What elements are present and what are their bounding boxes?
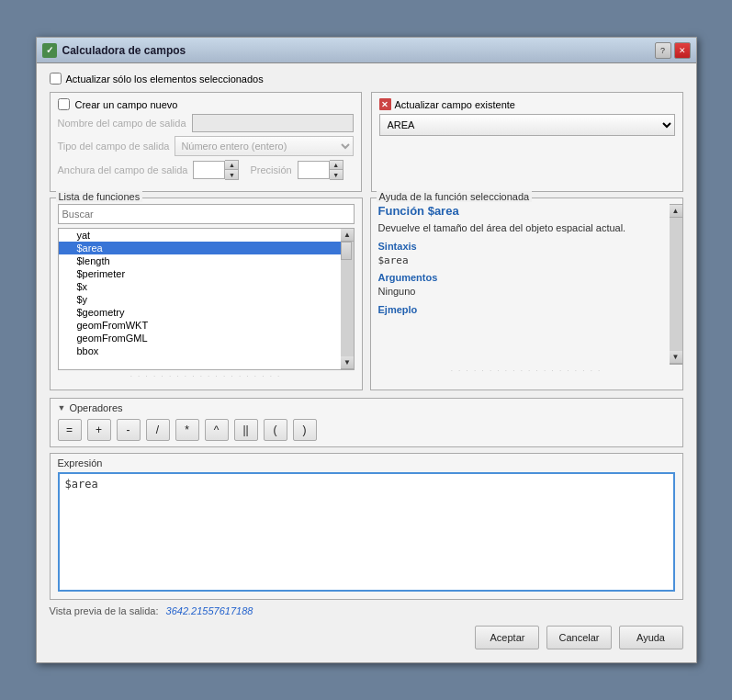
func-scroll-track[interactable] (341, 242, 354, 356)
field-width-row: Anchura del campo de salida 10 ▲ ▼ Preci… (58, 160, 354, 180)
help-function-title: Función $area (378, 204, 660, 218)
func-item-bbox[interactable]: bbox (59, 344, 341, 357)
operators-label: Operadores (69, 402, 122, 413)
help-scroll-down-button[interactable]: ▼ (670, 351, 682, 364)
help-content: Función $area Devuelve el tamaño del áre… (378, 204, 660, 365)
help-scroll-track[interactable] (670, 218, 682, 351)
new-field-checkbox-row: Crear un campo nuevo (58, 98, 354, 110)
func-item-yat[interactable]: yat (59, 229, 341, 242)
app-icon: ✓ (42, 43, 57, 58)
help-arguments-text: Ninguno (378, 286, 660, 297)
cancel-button[interactable]: Cancelar (546, 626, 611, 649)
func-scroll-down-button[interactable]: ▼ (341, 356, 354, 369)
help-syntax-code: $area (378, 254, 660, 266)
func-scroll-up-button[interactable]: ▲ (341, 229, 354, 242)
update-selected-checkbox[interactable] (50, 73, 62, 85)
field-options-row: Crear un campo nuevo Nombre del campo de… (50, 92, 683, 192)
func-item-length[interactable]: $length (59, 254, 341, 267)
help-arguments-label: Argumentos (378, 272, 660, 283)
help-panel: Ayuda de la función seleccionada Función… (370, 198, 683, 390)
existing-field-checkbox-row: ✕ Actualizar campo existente (379, 98, 675, 110)
operators-collapse-arrow[interactable]: ▼ (58, 403, 66, 412)
func-item-geomfromgml[interactable]: geomFromGML (59, 332, 341, 344)
content-area: Actualizar sólo los elementos selecciona… (37, 63, 696, 662)
new-field-section: Crear un campo nuevo Nombre del campo de… (50, 92, 362, 192)
precision-up-button[interactable]: ▲ (330, 161, 343, 170)
new-field-checkbox[interactable] (58, 98, 70, 110)
existing-field-select[interactable]: AREA PERIMETER ID NAME (379, 114, 675, 136)
op-minus-button[interactable]: - (117, 419, 141, 441)
op-concat-button[interactable]: || (234, 419, 258, 441)
help-button[interactable]: Ayuda (619, 626, 683, 649)
precision-label: Precisión (250, 164, 291, 175)
field-name-input[interactable] (192, 114, 354, 132)
update-selected-row: Actualizar sólo los elementos selecciona… (50, 73, 683, 85)
field-name-label: Nombre del campo de salida (58, 118, 186, 129)
window-title: Calculadora de campos (62, 44, 186, 57)
func-item-y[interactable]: $y (59, 293, 341, 306)
op-multiply-button[interactable]: * (175, 419, 199, 441)
button-row: Aceptar Cancelar Ayuda (50, 626, 683, 653)
width-spinner-buttons: ▲ ▼ (225, 160, 239, 180)
width-up-button[interactable]: ▲ (225, 161, 238, 170)
func-item-x[interactable]: $x (59, 280, 341, 293)
help-scrollbar: ▲ ▼ (670, 204, 682, 365)
precision-spinner: 0 ▲ ▼ (298, 160, 343, 180)
existing-field-section: ✕ Actualizar campo existente AREA PERIME… (371, 92, 683, 192)
op-equals-button[interactable]: = (58, 419, 82, 441)
operator-buttons: = + - / * ^ || ( ) (58, 419, 675, 441)
help-panel-inner: Función $area Devuelve el tamaño del áre… (378, 204, 675, 365)
operators-section: ▼ Operadores = + - / * ^ || ( ) (50, 398, 683, 447)
titlebar-left: ✓ Calculadora de campos (42, 43, 186, 58)
preview-row: Vista previa de la salida: 3642.21557617… (50, 605, 683, 616)
width-input[interactable]: 10 (193, 161, 225, 179)
function-list[interactable]: yat $area $length $perimeter $x $y $geom… (58, 228, 342, 370)
help-scroll-up-button[interactable]: ▲ (670, 205, 682, 218)
field-name-row: Nombre del campo de salida (58, 114, 354, 132)
op-close-paren-button[interactable]: ) (293, 419, 317, 441)
field-type-row: Tipo del campo de salida Número entero (… (58, 136, 354, 156)
functions-help-panels: Lista de funciones yat $area $length $pe… (50, 198, 683, 390)
width-spinner: 10 ▲ ▼ (193, 160, 239, 180)
precision-spinner-buttons: ▲ ▼ (330, 160, 343, 180)
search-input[interactable] (58, 204, 355, 224)
functions-panel: Lista de funciones yat $area $length $pe… (50, 198, 363, 390)
new-field-label: Crear un campo nuevo (75, 99, 178, 110)
help-description: Devuelve el tamaño del área del objeto e… (378, 222, 660, 233)
help-example-label: Ejmeplo (378, 304, 660, 315)
update-selected-label: Actualizar sólo los elementos selecciona… (66, 73, 264, 85)
existing-field-x-icon: ✕ (379, 98, 391, 110)
operators-title-row: ▼ Operadores (58, 402, 675, 413)
functions-panel-title: Lista de funciones (56, 191, 143, 202)
accept-button[interactable]: Aceptar (475, 626, 539, 649)
op-power-button[interactable]: ^ (205, 419, 229, 441)
divider-dots-functions: · · · · · · · · · · · · · · · · · · · · (58, 372, 355, 380)
precision-down-button[interactable]: ▼ (330, 170, 343, 179)
precision-input[interactable]: 0 (298, 161, 330, 179)
help-titlebar-button[interactable]: ? (655, 42, 671, 59)
titlebar: ✓ Calculadora de campos ? ✕ (37, 38, 696, 63)
func-item-geometry[interactable]: $geometry (59, 306, 341, 319)
func-item-geomfromwkt[interactable]: geomFromWKT (59, 319, 341, 332)
op-open-paren-button[interactable]: ( (264, 419, 287, 441)
preview-value: 3642.21557617188 (166, 605, 253, 616)
func-item-perimeter[interactable]: $perimeter (59, 267, 341, 280)
close-button[interactable]: ✕ (674, 42, 691, 59)
func-item-area[interactable]: $area (59, 242, 341, 254)
field-width-label: Anchura del campo de salida (58, 164, 188, 175)
existing-field-select-row: AREA PERIMETER ID NAME (379, 114, 675, 136)
existing-field-label: Actualizar campo existente (395, 99, 515, 110)
func-scroll-thumb (341, 242, 352, 260)
field-type-select[interactable]: Número entero (entero) (175, 136, 353, 156)
op-divide-button[interactable]: / (146, 419, 170, 441)
expression-title: Expresión (58, 457, 675, 469)
function-list-scrollbar: ▲ ▼ (342, 228, 355, 370)
function-list-container: yat $area $length $perimeter $x $y $geom… (58, 228, 355, 370)
divider-dots-help: · · · · · · · · · · · · · · · · · · · · (378, 367, 675, 375)
field-type-label: Tipo del campo de salida (58, 141, 170, 152)
titlebar-buttons: ? ✕ (655, 42, 691, 59)
expression-textarea[interactable] (58, 472, 675, 592)
op-plus-button[interactable]: + (87, 419, 111, 441)
help-panel-title: Ayuda de la función seleccionada (377, 191, 533, 202)
width-down-button[interactable]: ▼ (225, 170, 238, 179)
